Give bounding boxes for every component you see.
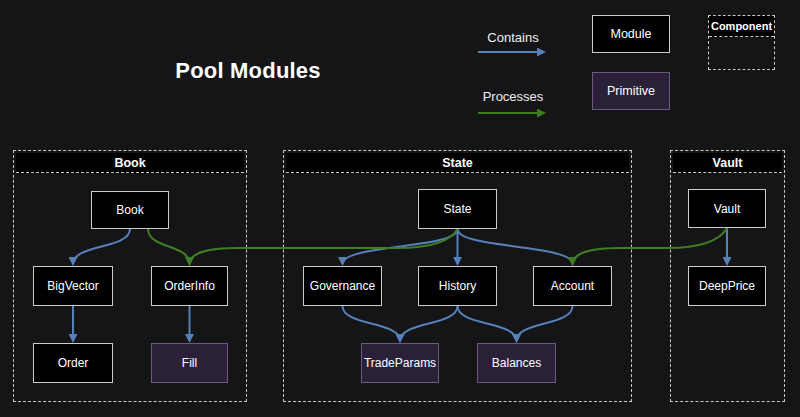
container-vault-header: Vault xyxy=(673,153,782,173)
node-account: Account xyxy=(533,266,612,306)
legend-component-body xyxy=(709,37,774,69)
node-deepprice: DeepPrice xyxy=(688,266,766,306)
legend-component-label: Component xyxy=(709,16,774,37)
node-order: Order xyxy=(33,343,113,383)
legend-primitive-box: Primitive xyxy=(592,72,670,110)
node-vault-node: Vault xyxy=(688,189,766,228)
node-tradeparams: TradeParams xyxy=(361,343,439,383)
node-governance: Governance xyxy=(303,266,382,306)
node-orderinfo: OrderInfo xyxy=(151,266,228,306)
diagram-title: Pool Modules xyxy=(168,58,328,84)
container-state-header: State xyxy=(286,153,629,173)
node-book-node: Book xyxy=(91,191,169,229)
node-balances: Balances xyxy=(477,343,556,383)
node-history: History xyxy=(418,266,497,306)
legend-component-box: Component xyxy=(708,15,775,70)
legend-contains-label: Contains xyxy=(477,30,549,45)
node-state-node: State xyxy=(418,189,497,229)
legend-processes-label: Processes xyxy=(477,89,549,104)
node-bigvector: BigVector xyxy=(33,266,113,306)
legend-module-box: Module xyxy=(592,15,670,53)
node-fill: Fill xyxy=(151,343,228,383)
pool-modules-diagram: Pool Modules Contains Processes Module P… xyxy=(0,0,800,417)
container-book-header: Book xyxy=(16,153,244,173)
